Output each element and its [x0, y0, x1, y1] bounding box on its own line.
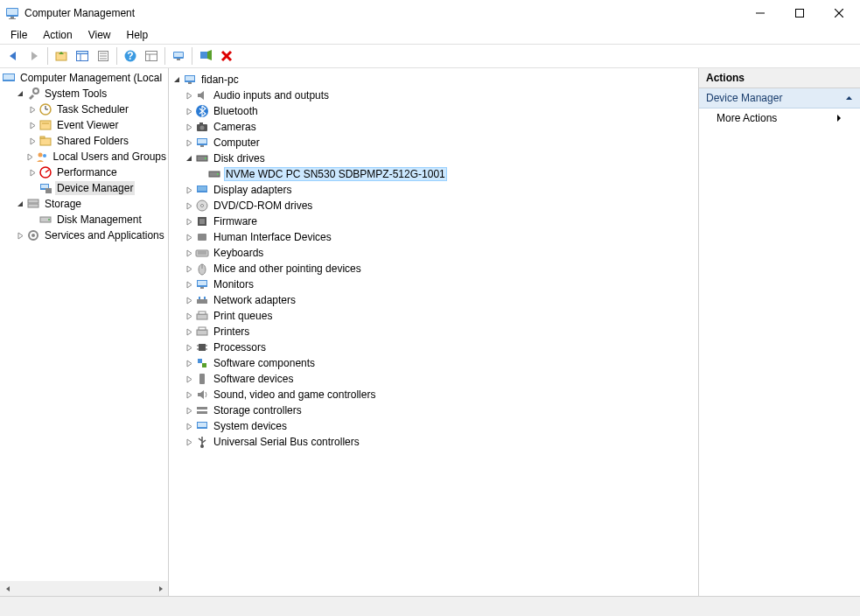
tree-row[interactable]: Bluetooth — [169, 103, 698, 119]
device-tree[interactable]: fidan-pc Audio inputs and outputs Blueto… — [169, 70, 698, 452]
help-button[interactable]: ? — [121, 46, 140, 66]
menu-action[interactable]: Action — [36, 27, 79, 43]
device-manager-icon — [38, 181, 52, 195]
tree-row[interactable]: Software components — [169, 355, 698, 371]
menu-view[interactable]: View — [81, 27, 118, 43]
expand-icon[interactable] — [183, 281, 195, 289]
statusbar — [0, 597, 860, 616]
expand-icon[interactable] — [183, 218, 195, 226]
expand-icon[interactable] — [183, 92, 195, 100]
svg-rect-82 — [197, 314, 207, 319]
collapse-icon[interactable] — [14, 200, 26, 208]
tree-row[interactable]: Print queues — [169, 308, 698, 324]
expand-icon[interactable] — [183, 375, 195, 383]
expand-icon[interactable] — [183, 265, 195, 273]
tree-row[interactable]: Display adapters — [169, 182, 698, 198]
expand-icon[interactable] — [183, 391, 195, 399]
expand-icon[interactable] — [26, 153, 35, 161]
expand-icon[interactable] — [183, 249, 195, 257]
expand-icon[interactable] — [183, 123, 195, 131]
tree-device-manager[interactable]: Device Manager — [0, 180, 168, 196]
maximize-button[interactable] — [780, 0, 819, 26]
expand-icon[interactable] — [183, 312, 195, 320]
back-button[interactable] — [3, 46, 23, 66]
scroll-right-button[interactable] — [153, 581, 168, 596]
forward-button[interactable] — [24, 46, 44, 66]
tree-row[interactable]: Keyboards — [169, 245, 698, 261]
tree-row[interactable]: Processors — [169, 340, 698, 355]
tree-row[interactable]: Universal Serial Bus controllers — [169, 434, 698, 450]
tree-root-computer-management[interactable]: Computer Management (Local — [0, 70, 168, 86]
tree-row[interactable]: Computer — [169, 135, 698, 150]
actions-section-device-manager[interactable]: Device Manager — [699, 88, 860, 108]
tree-row[interactable]: Cameras — [169, 119, 698, 135]
up-button[interactable] — [52, 46, 71, 66]
actions-header: Actions — [699, 68, 860, 88]
svg-rect-78 — [200, 287, 204, 289]
tree-row[interactable]: Network adapters — [169, 292, 698, 308]
expand-icon[interactable] — [183, 407, 195, 415]
tree-local-users[interactable]: Local Users and Groups — [0, 149, 168, 164]
tree-row[interactable]: Software devices — [169, 371, 698, 387]
tree-row[interactable]: Sound, video and game controllers — [169, 387, 698, 402]
collapse-icon[interactable] — [183, 155, 195, 163]
view-button[interactable] — [142, 46, 161, 66]
window-title: Computer Management — [24, 7, 740, 19]
tree-row[interactable]: Monitors — [169, 276, 698, 292]
expand-icon[interactable] — [183, 297, 195, 304]
properties-button[interactable] — [94, 46, 113, 66]
left-tree[interactable]: Computer Management (Local System Tools … — [0, 68, 168, 245]
tree-row[interactable]: System devices — [169, 418, 698, 434]
tree-row[interactable]: DVD/CD-ROM drives — [169, 198, 698, 214]
tree-row[interactable]: Printers — [169, 324, 698, 340]
expand-icon[interactable] — [183, 438, 195, 446]
tree-row[interactable]: Firmware — [169, 214, 698, 229]
tree-services-apps[interactable]: Services and Applications — [0, 228, 168, 243]
expand-icon[interactable] — [26, 106, 38, 114]
expand-icon[interactable] — [183, 423, 195, 430]
scroll-left-button[interactable] — [0, 581, 15, 596]
collapse-icon[interactable] — [171, 76, 183, 84]
expand-icon[interactable] — [26, 122, 38, 130]
minimize-button[interactable] — [740, 0, 780, 26]
tree-row[interactable]: Human Interface Devices — [169, 229, 698, 245]
horizontal-scrollbar[interactable] — [0, 581, 168, 596]
scan-button[interactable] — [196, 46, 215, 66]
expand-icon[interactable] — [183, 344, 195, 352]
collapse-icon[interactable] — [14, 90, 26, 98]
menu-file[interactable]: File — [3, 27, 34, 43]
tree-row[interactable]: Audio inputs and outputs — [169, 88, 698, 103]
expand-icon[interactable] — [26, 169, 38, 177]
expand-icon[interactable] — [183, 328, 195, 336]
scroll-track[interactable] — [15, 581, 153, 596]
tree-nvme-disk[interactable]: NVMe WDC PC SN530 SDBPMPZ-512G-1001 — [169, 166, 698, 182]
tree-row[interactable]: Storage controllers — [169, 402, 698, 418]
expand-icon[interactable] — [183, 108, 195, 116]
tree-storage[interactable]: Storage — [0, 196, 168, 212]
expand-icon[interactable] — [183, 186, 195, 194]
tree-event-viewer[interactable]: Event Viewer — [0, 117, 168, 133]
tree-shared-folders[interactable]: Shared Folders — [0, 133, 168, 149]
expand-icon[interactable] — [183, 139, 195, 147]
actions-more-actions[interactable]: More Actions — [699, 108, 860, 128]
tree-disk-management[interactable]: Disk Management — [0, 212, 168, 228]
close-button[interactable] — [819, 0, 858, 26]
expand-icon[interactable] — [26, 137, 38, 145]
actions-pane: Actions Device Manager More Actions — [699, 68, 860, 596]
svg-rect-5 — [795, 10, 803, 18]
expand-icon[interactable] — [14, 232, 26, 240]
show-hide-tree-button[interactable] — [73, 46, 92, 66]
tree-row[interactable]: fidan-pc — [169, 72, 698, 88]
computer-icon-button[interactable] — [169, 46, 188, 66]
expand-icon[interactable] — [183, 360, 195, 368]
tree-performance[interactable]: Performance — [0, 164, 168, 180]
expand-icon[interactable] — [183, 202, 195, 210]
tree-row[interactable]: Mice and other pointing devices — [169, 261, 698, 276]
expand-icon[interactable] — [183, 234, 195, 242]
tree-task-scheduler[interactable]: Task Scheduler — [0, 102, 168, 117]
menu-help[interactable]: Help — [120, 27, 156, 43]
tree-disk-drives[interactable]: Disk drives — [169, 150, 698, 166]
svg-rect-83 — [199, 312, 206, 314]
tree-system-tools[interactable]: System Tools — [0, 86, 168, 102]
delete-button[interactable] — [217, 46, 236, 66]
